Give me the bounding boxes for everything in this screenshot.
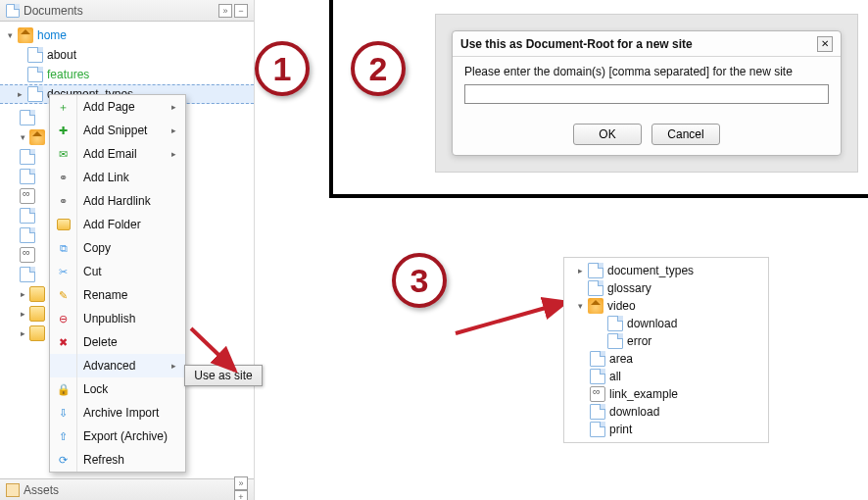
ok-button[interactable]: OK: [573, 124, 642, 145]
menu-item-add-link[interactable]: ⚭Add Link: [50, 166, 185, 189]
collapse-right-button[interactable]: »: [234, 476, 248, 490]
assets-panel-header[interactable]: Assets » +: [0, 478, 254, 500]
svg-line-0: [191, 328, 235, 371]
menu-item-export-archive[interactable]: ⇧Export (Archive): [50, 425, 185, 448]
dialog-prompt: Please enter the domain(s) [comma separa…: [464, 65, 829, 78]
page-icon: [590, 422, 605, 437]
menu-item-add-email[interactable]: ✉Add Email▸: [50, 142, 185, 166]
menu-label: Refresh: [77, 453, 185, 467]
menu-label: Add Page: [77, 100, 171, 114]
menu-item-delete[interactable]: ✖Delete: [50, 330, 185, 354]
tree-node-document-types[interactable]: ▸document_types: [564, 262, 768, 279]
tree-node-area[interactable]: area: [564, 350, 768, 368]
step-badge-3: 3: [392, 253, 447, 308]
tree-node-features[interactable]: features: [0, 65, 254, 84]
section-divider-vertical: [329, 0, 333, 196]
tree-node-all[interactable]: all: [564, 368, 768, 385]
page-icon: [590, 404, 605, 420]
menu-label: Add Snippet: [77, 124, 171, 137]
menu-item-copy[interactable]: ⧉Copy: [50, 236, 185, 260]
dialog-title: Use this as Document-Root for a new site: [460, 37, 817, 51]
menu-item-archive-import[interactable]: ⇩Archive Import: [50, 401, 185, 425]
context-menu: ＋Add Page▸ ✚Add Snippet▸ ✉Add Email▸ ⚭Ad…: [49, 94, 186, 473]
tree-label: document_types: [605, 264, 694, 277]
page-icon: [27, 86, 43, 102]
tree-node-download[interactable]: download: [564, 315, 768, 332]
tree-node-download2[interactable]: download: [564, 403, 768, 421]
tree-label: home: [35, 28, 67, 42]
menu-item-add-hardlink[interactable]: ⚭Add Hardlink: [50, 189, 185, 213]
menu-item-lock[interactable]: 🔒Lock: [50, 377, 185, 401]
tree-node-print[interactable]: print: [564, 421, 768, 438]
menu-label: Cut: [77, 265, 185, 278]
page-icon: [20, 110, 35, 125]
page-icon: [607, 333, 623, 349]
tree-label: glossary: [605, 281, 651, 295]
tree-label: area: [607, 352, 633, 366]
expand-toggle[interactable]: ▾: [4, 30, 16, 40]
annotation-arrow-3: [451, 284, 578, 346]
collapse-right-button[interactable]: »: [218, 4, 232, 18]
menu-label: Archive Import: [77, 406, 185, 420]
dialog-backdrop: Use this as Document-Root for a new site…: [435, 14, 858, 173]
dialog-close-button[interactable]: ✕: [817, 36, 833, 52]
menu-item-rename[interactable]: ✎Rename: [50, 283, 185, 307]
result-tree: ▸document_types glossary ▾video download…: [563, 257, 769, 443]
menu-label: Rename: [77, 288, 185, 302]
tree-label: download: [625, 317, 677, 330]
menu-item-add-folder[interactable]: Add Folder: [50, 213, 185, 236]
panel-header: Documents » −: [0, 0, 254, 22]
page-icon: [20, 227, 35, 243]
page-icon: [27, 47, 43, 63]
tree-label: all: [607, 370, 621, 383]
dialog-titlebar: Use this as Document-Root for a new site…: [453, 31, 841, 57]
menu-item-refresh[interactable]: ⟳Refresh: [50, 448, 185, 472]
documents-panel: Documents » − ▾ home about features ▸ do…: [0, 0, 255, 500]
menu-item-unpublish[interactable]: ⊖Unpublish: [50, 307, 185, 330]
tree-node-error[interactable]: error: [564, 332, 768, 350]
home-icon: [29, 129, 45, 145]
menu-item-cut[interactable]: ✂Cut: [50, 260, 185, 283]
domains-input[interactable]: [464, 84, 829, 104]
link-icon: [20, 247, 35, 263]
menu-item-add-snippet[interactable]: ✚Add Snippet▸: [50, 119, 185, 142]
step-badge-2: 2: [351, 41, 406, 96]
menu-label: Lock: [77, 382, 185, 396]
assets-icon: [6, 483, 20, 497]
menu-item-advanced[interactable]: Advanced▸: [50, 354, 185, 377]
tree-node-glossary[interactable]: glossary: [564, 279, 768, 297]
tree-label: features: [45, 68, 89, 81]
tree-node-video[interactable]: ▾video: [564, 297, 768, 315]
page-icon: [588, 280, 603, 296]
step-number: 2: [369, 50, 388, 88]
folder-icon: [29, 325, 45, 341]
page-icon: [20, 169, 35, 184]
svg-line-1: [456, 302, 566, 333]
page-icon: [590, 369, 605, 384]
expand-button[interactable]: +: [234, 490, 248, 501]
page-icon: [20, 208, 35, 224]
page-icon: [27, 67, 43, 82]
tree-label: print: [607, 423, 632, 436]
document-icon: [6, 4, 20, 18]
annotation-arrow-1: [186, 324, 255, 385]
tree-node-home[interactable]: ▾ home: [0, 25, 254, 45]
assets-title: Assets: [24, 483, 234, 497]
page-icon: [590, 351, 605, 367]
menu-label: Add Folder: [77, 218, 185, 231]
tree-label: video: [605, 299, 636, 313]
menu-label: Delete: [77, 335, 185, 349]
cancel-button[interactable]: Cancel: [651, 124, 720, 145]
menu-item-add-page[interactable]: ＋Add Page▸: [50, 95, 185, 119]
new-site-dialog: Use this as Document-Root for a new site…: [452, 30, 842, 156]
tree-label: download: [607, 405, 659, 419]
folder-icon: [29, 286, 45, 302]
tree-node-link-example[interactable]: link_example: [564, 385, 768, 403]
menu-label: Export (Archive): [77, 429, 185, 443]
tree-node-about[interactable]: about: [0, 45, 254, 65]
panel-title: Documents: [24, 4, 218, 18]
minimize-button[interactable]: −: [234, 4, 248, 18]
link-icon: [20, 188, 35, 204]
menu-label: Add Email: [77, 147, 171, 161]
expand-toggle[interactable]: ▸: [14, 89, 25, 99]
